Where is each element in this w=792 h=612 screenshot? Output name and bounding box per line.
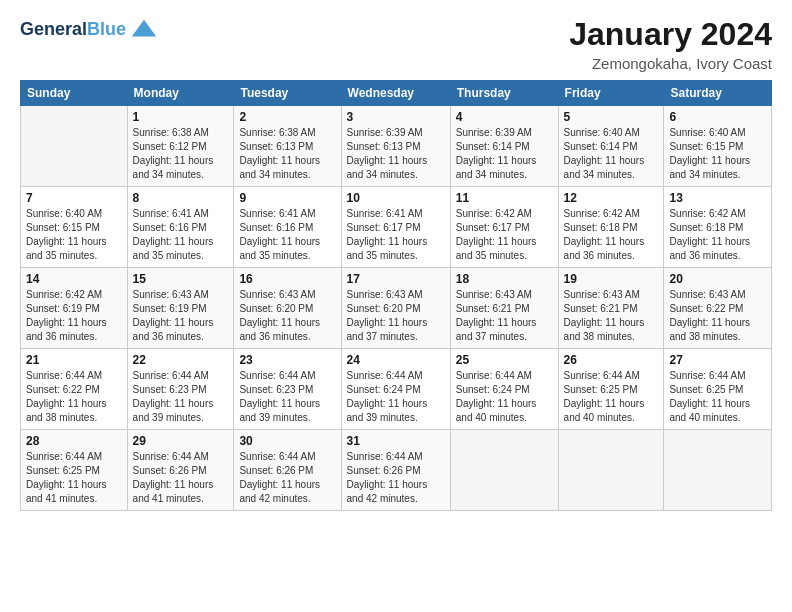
page-container: GeneralBlue January 2024 Zemongokaha, Iv… (0, 0, 792, 521)
logo-icon (130, 16, 158, 44)
day-info: Sunrise: 6:44 AM Sunset: 6:25 PM Dayligh… (26, 450, 122, 506)
day-number: 20 (669, 272, 766, 286)
day-cell: 10Sunrise: 6:41 AM Sunset: 6:17 PM Dayli… (341, 187, 450, 268)
day-cell: 15Sunrise: 6:43 AM Sunset: 6:19 PM Dayli… (127, 268, 234, 349)
logo: GeneralBlue (20, 16, 158, 44)
day-number: 4 (456, 110, 553, 124)
weekday-tuesday: Tuesday (234, 81, 341, 106)
day-number: 21 (26, 353, 122, 367)
day-cell (450, 430, 558, 511)
day-number: 27 (669, 353, 766, 367)
day-number: 9 (239, 191, 335, 205)
day-info: Sunrise: 6:41 AM Sunset: 6:16 PM Dayligh… (239, 207, 335, 263)
day-cell (558, 430, 664, 511)
day-cell: 30Sunrise: 6:44 AM Sunset: 6:26 PM Dayli… (234, 430, 341, 511)
day-cell: 1Sunrise: 6:38 AM Sunset: 6:12 PM Daylig… (127, 106, 234, 187)
calendar-subtitle: Zemongokaha, Ivory Coast (569, 55, 772, 72)
day-cell: 6Sunrise: 6:40 AM Sunset: 6:15 PM Daylig… (664, 106, 772, 187)
day-info: Sunrise: 6:42 AM Sunset: 6:17 PM Dayligh… (456, 207, 553, 263)
day-cell: 17Sunrise: 6:43 AM Sunset: 6:20 PM Dayli… (341, 268, 450, 349)
day-info: Sunrise: 6:38 AM Sunset: 6:12 PM Dayligh… (133, 126, 229, 182)
day-cell (21, 106, 128, 187)
day-info: Sunrise: 6:41 AM Sunset: 6:16 PM Dayligh… (133, 207, 229, 263)
day-info: Sunrise: 6:40 AM Sunset: 6:15 PM Dayligh… (669, 126, 766, 182)
day-number: 2 (239, 110, 335, 124)
day-cell: 7Sunrise: 6:40 AM Sunset: 6:15 PM Daylig… (21, 187, 128, 268)
day-cell: 21Sunrise: 6:44 AM Sunset: 6:22 PM Dayli… (21, 349, 128, 430)
week-row-1: 1Sunrise: 6:38 AM Sunset: 6:12 PM Daylig… (21, 106, 772, 187)
day-info: Sunrise: 6:44 AM Sunset: 6:26 PM Dayligh… (239, 450, 335, 506)
day-info: Sunrise: 6:44 AM Sunset: 6:26 PM Dayligh… (133, 450, 229, 506)
day-info: Sunrise: 6:43 AM Sunset: 6:19 PM Dayligh… (133, 288, 229, 344)
day-number: 16 (239, 272, 335, 286)
day-cell: 25Sunrise: 6:44 AM Sunset: 6:24 PM Dayli… (450, 349, 558, 430)
day-info: Sunrise: 6:43 AM Sunset: 6:21 PM Dayligh… (564, 288, 659, 344)
day-cell: 22Sunrise: 6:44 AM Sunset: 6:23 PM Dayli… (127, 349, 234, 430)
weekday-header-row: SundayMondayTuesdayWednesdayThursdayFrid… (21, 81, 772, 106)
day-info: Sunrise: 6:44 AM Sunset: 6:25 PM Dayligh… (669, 369, 766, 425)
day-info: Sunrise: 6:42 AM Sunset: 6:18 PM Dayligh… (669, 207, 766, 263)
day-info: Sunrise: 6:43 AM Sunset: 6:20 PM Dayligh… (347, 288, 445, 344)
day-number: 18 (456, 272, 553, 286)
day-info: Sunrise: 6:43 AM Sunset: 6:21 PM Dayligh… (456, 288, 553, 344)
day-cell: 31Sunrise: 6:44 AM Sunset: 6:26 PM Dayli… (341, 430, 450, 511)
weekday-saturday: Saturday (664, 81, 772, 106)
logo-text: GeneralBlue (20, 20, 126, 40)
title-block: January 2024 Zemongokaha, Ivory Coast (569, 16, 772, 72)
weekday-friday: Friday (558, 81, 664, 106)
day-info: Sunrise: 6:39 AM Sunset: 6:13 PM Dayligh… (347, 126, 445, 182)
day-info: Sunrise: 6:40 AM Sunset: 6:14 PM Dayligh… (564, 126, 659, 182)
day-cell: 19Sunrise: 6:43 AM Sunset: 6:21 PM Dayli… (558, 268, 664, 349)
day-info: Sunrise: 6:44 AM Sunset: 6:24 PM Dayligh… (456, 369, 553, 425)
day-number: 15 (133, 272, 229, 286)
week-row-5: 28Sunrise: 6:44 AM Sunset: 6:25 PM Dayli… (21, 430, 772, 511)
day-number: 22 (133, 353, 229, 367)
day-info: Sunrise: 6:42 AM Sunset: 6:18 PM Dayligh… (564, 207, 659, 263)
day-cell: 12Sunrise: 6:42 AM Sunset: 6:18 PM Dayli… (558, 187, 664, 268)
day-number: 29 (133, 434, 229, 448)
day-cell: 14Sunrise: 6:42 AM Sunset: 6:19 PM Dayli… (21, 268, 128, 349)
day-cell: 11Sunrise: 6:42 AM Sunset: 6:17 PM Dayli… (450, 187, 558, 268)
day-info: Sunrise: 6:40 AM Sunset: 6:15 PM Dayligh… (26, 207, 122, 263)
day-cell: 28Sunrise: 6:44 AM Sunset: 6:25 PM Dayli… (21, 430, 128, 511)
day-number: 3 (347, 110, 445, 124)
week-row-3: 14Sunrise: 6:42 AM Sunset: 6:19 PM Dayli… (21, 268, 772, 349)
day-info: Sunrise: 6:39 AM Sunset: 6:14 PM Dayligh… (456, 126, 553, 182)
day-info: Sunrise: 6:44 AM Sunset: 6:23 PM Dayligh… (239, 369, 335, 425)
day-number: 24 (347, 353, 445, 367)
day-cell: 8Sunrise: 6:41 AM Sunset: 6:16 PM Daylig… (127, 187, 234, 268)
day-info: Sunrise: 6:42 AM Sunset: 6:19 PM Dayligh… (26, 288, 122, 344)
day-number: 8 (133, 191, 229, 205)
day-cell: 26Sunrise: 6:44 AM Sunset: 6:25 PM Dayli… (558, 349, 664, 430)
day-info: Sunrise: 6:44 AM Sunset: 6:23 PM Dayligh… (133, 369, 229, 425)
day-number: 31 (347, 434, 445, 448)
weekday-wednesday: Wednesday (341, 81, 450, 106)
day-number: 7 (26, 191, 122, 205)
day-cell: 5Sunrise: 6:40 AM Sunset: 6:14 PM Daylig… (558, 106, 664, 187)
day-info: Sunrise: 6:43 AM Sunset: 6:22 PM Dayligh… (669, 288, 766, 344)
day-number: 14 (26, 272, 122, 286)
day-number: 13 (669, 191, 766, 205)
day-cell: 20Sunrise: 6:43 AM Sunset: 6:22 PM Dayli… (664, 268, 772, 349)
day-number: 11 (456, 191, 553, 205)
day-cell: 27Sunrise: 6:44 AM Sunset: 6:25 PM Dayli… (664, 349, 772, 430)
svg-marker-0 (132, 20, 156, 37)
day-cell: 9Sunrise: 6:41 AM Sunset: 6:16 PM Daylig… (234, 187, 341, 268)
day-number: 1 (133, 110, 229, 124)
day-cell: 16Sunrise: 6:43 AM Sunset: 6:20 PM Dayli… (234, 268, 341, 349)
day-cell: 3Sunrise: 6:39 AM Sunset: 6:13 PM Daylig… (341, 106, 450, 187)
day-info: Sunrise: 6:44 AM Sunset: 6:22 PM Dayligh… (26, 369, 122, 425)
day-cell: 23Sunrise: 6:44 AM Sunset: 6:23 PM Dayli… (234, 349, 341, 430)
day-number: 5 (564, 110, 659, 124)
day-info: Sunrise: 6:41 AM Sunset: 6:17 PM Dayligh… (347, 207, 445, 263)
day-number: 25 (456, 353, 553, 367)
day-info: Sunrise: 6:43 AM Sunset: 6:20 PM Dayligh… (239, 288, 335, 344)
weekday-thursday: Thursday (450, 81, 558, 106)
day-number: 6 (669, 110, 766, 124)
calendar-title: January 2024 (569, 16, 772, 53)
day-number: 10 (347, 191, 445, 205)
calendar-table: SundayMondayTuesdayWednesdayThursdayFrid… (20, 80, 772, 511)
day-info: Sunrise: 6:44 AM Sunset: 6:24 PM Dayligh… (347, 369, 445, 425)
day-cell: 18Sunrise: 6:43 AM Sunset: 6:21 PM Dayli… (450, 268, 558, 349)
week-row-2: 7Sunrise: 6:40 AM Sunset: 6:15 PM Daylig… (21, 187, 772, 268)
